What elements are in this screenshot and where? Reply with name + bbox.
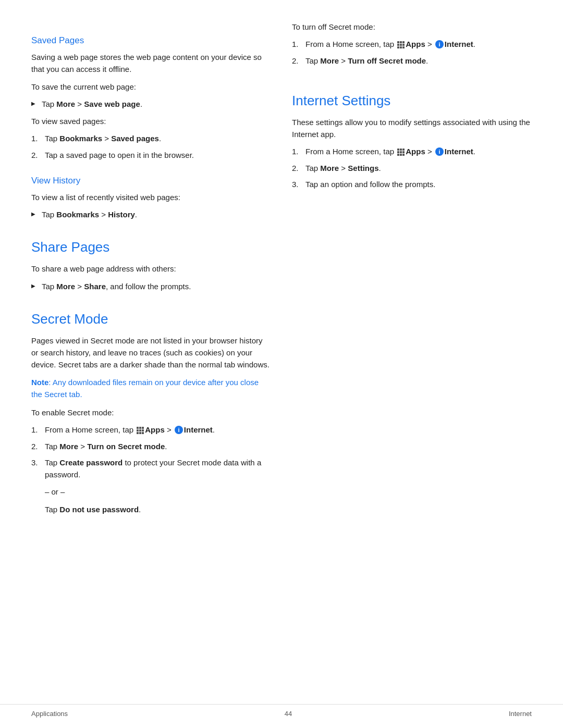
left-column: Saved Pages Saving a web page stores the… [31, 21, 271, 521]
internet-icon-2: i [435, 40, 444, 49]
svg-rect-17 [397, 46, 399, 48]
turn-off-step-1: From a Home screen, tap Apps > [292, 38, 532, 50]
view-history-title: View History [31, 176, 271, 186]
svg-text:i: i [438, 149, 440, 155]
save-instruction-item: Tap More > Save web page. [31, 98, 271, 110]
turn-off-steps: From a Home screen, tap Apps > [292, 38, 532, 67]
svg-rect-5 [142, 429, 144, 431]
svg-rect-30 [402, 154, 405, 156]
apps-icon-1 [136, 426, 144, 434]
svg-rect-18 [400, 46, 402, 48]
svg-rect-23 [400, 149, 402, 151]
view-saved-prompt: To view saved pages: [31, 115, 271, 127]
secret-mode-enable-steps: From a Home screen, tap Apps > [31, 424, 271, 515]
svg-rect-29 [400, 154, 402, 156]
share-pages-instruction-list: Tap More > Share, and follow the prompts… [31, 280, 271, 292]
footer-page-number: 44 [285, 710, 292, 718]
share-pages-instruction: Tap More > Share, and follow the prompts… [31, 280, 271, 292]
svg-rect-15 [400, 44, 402, 46]
turn-off-prompt: To turn off Secret mode: [292, 21, 532, 33]
or-line: – or – [45, 486, 271, 498]
svg-rect-1 [139, 427, 141, 429]
internet-icon-3: i [435, 147, 444, 156]
svg-text:i: i [438, 41, 440, 47]
secret-enable-step-2: Tap More > Turn on Secret mode. [31, 440, 271, 452]
footer-left: Applications [31, 710, 68, 718]
secret-mode-title: Secret Mode [31, 311, 271, 327]
apps-icon-3 [397, 147, 405, 156]
view-saved-step-2: Tap a saved page to open it in the brows… [31, 149, 271, 161]
internet-settings-steps: From a Home screen, tap Apps > [292, 145, 532, 190]
svg-rect-27 [402, 151, 405, 153]
view-saved-steps: Tap Bookmarks > Saved pages. Tap a saved… [31, 132, 271, 161]
svg-rect-22 [397, 149, 399, 151]
save-instruction-list: Tap More > Save web page. [31, 98, 271, 110]
view-saved-step-1: Tap Bookmarks > Saved pages. [31, 132, 271, 144]
secret-mode-enable-prompt: To enable Secret mode: [31, 406, 271, 418]
svg-rect-13 [402, 41, 405, 43]
view-history-instruction-list: Tap Bookmarks > History. [31, 208, 271, 220]
svg-rect-24 [402, 149, 405, 151]
svg-rect-2 [142, 427, 144, 429]
secret-enable-step-1: From a Home screen, tap Apps > [31, 424, 271, 436]
internet-settings-step-3: Tap an option and follow the prompts. [292, 178, 532, 190]
svg-rect-12 [400, 41, 402, 43]
footer: Applications 44 Internet [0, 704, 563, 718]
save-prompt: To save the current web page: [31, 81, 271, 93]
svg-text:i: i [178, 427, 179, 433]
secret-mode-description: Pages viewed in Secret mode are not list… [31, 335, 271, 371]
internet-settings-step-2: Tap More > Settings. [292, 162, 532, 174]
internet-settings-step-1: From a Home screen, tap Apps > [292, 145, 532, 157]
svg-rect-4 [139, 429, 141, 431]
svg-rect-7 [139, 432, 141, 434]
svg-rect-0 [137, 427, 139, 429]
apps-icon-2 [397, 40, 405, 48]
share-pages-title: Share Pages [31, 239, 271, 255]
svg-rect-16 [402, 44, 405, 46]
right-column: To turn off Secret mode: From a Home scr… [292, 21, 532, 521]
svg-rect-26 [400, 151, 402, 153]
saved-pages-title: Saved Pages [31, 35, 271, 46]
svg-rect-19 [402, 46, 405, 48]
svg-rect-11 [397, 41, 399, 43]
secret-enable-step-3: Tap Create password to protect your Secr… [31, 456, 271, 515]
secret-mode-note: Note: Any downloaded files remain on you… [31, 376, 271, 401]
svg-rect-14 [397, 44, 399, 46]
internet-settings-description: These settings allow you to modify setti… [292, 116, 532, 141]
turn-off-step-2: Tap More > Turn off Secret mode. [292, 55, 532, 67]
view-history-prompt: To view a list of recently visited web p… [31, 191, 271, 203]
saved-pages-intro: Saving a web page stores the web page co… [31, 51, 271, 76]
svg-rect-3 [137, 429, 139, 431]
svg-rect-25 [397, 151, 399, 153]
svg-rect-8 [142, 432, 144, 434]
svg-rect-6 [137, 432, 139, 434]
share-pages-prompt: To share a web page address with others: [31, 263, 271, 275]
view-history-instruction: Tap Bookmarks > History. [31, 208, 271, 220]
internet-icon-1: i [174, 425, 183, 435]
footer-right: Internet [509, 710, 532, 718]
or-instruction: Tap Do not use password. [45, 503, 271, 515]
svg-rect-28 [397, 154, 399, 156]
internet-settings-title: Internet Settings [292, 93, 532, 109]
